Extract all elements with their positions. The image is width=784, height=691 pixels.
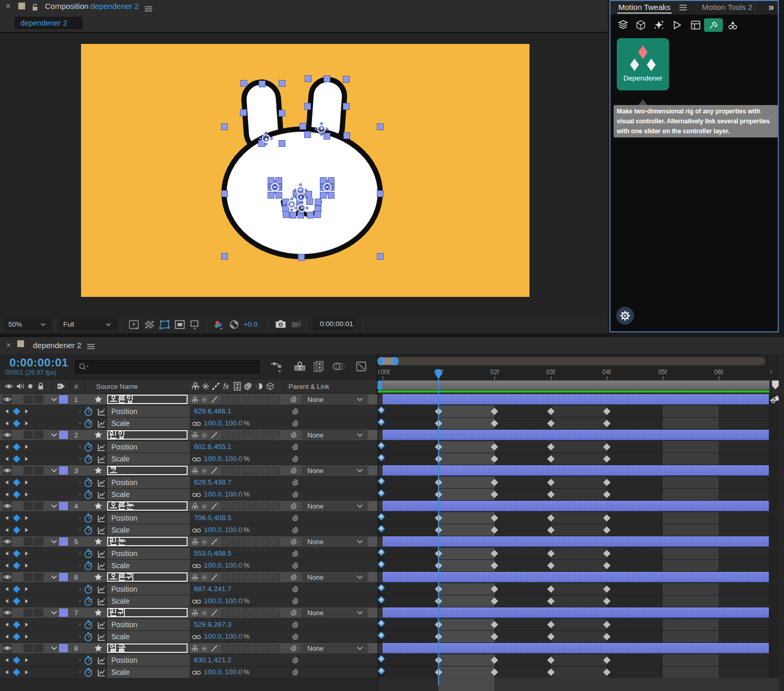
svg-text:Dependener: Dependener [624,74,663,82]
